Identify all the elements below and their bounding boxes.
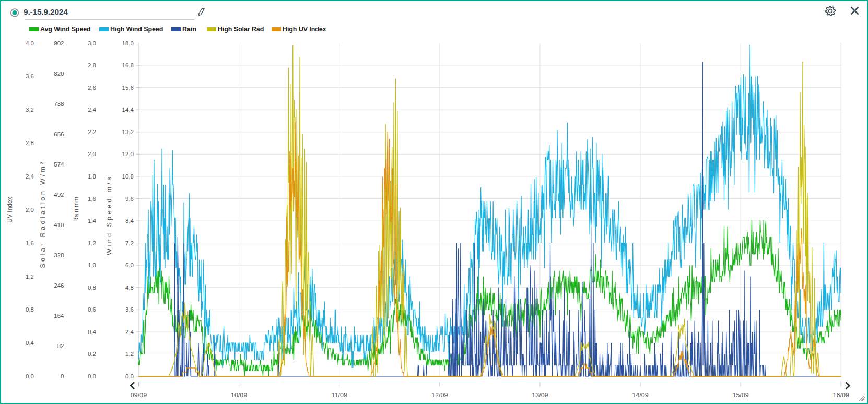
svg-text:15/09: 15/09 — [732, 391, 748, 399]
svg-text:Rain mm: Rain mm — [73, 197, 80, 222]
svg-text:12,0: 12,0 — [122, 151, 134, 157]
svg-text:0,0: 0,0 — [125, 373, 134, 379]
svg-text:1,2: 1,2 — [88, 240, 96, 246]
svg-text:492: 492 — [54, 192, 64, 198]
svg-text:12/09: 12/09 — [431, 391, 448, 399]
svg-text:10,8: 10,8 — [122, 173, 134, 180]
svg-text:2,0: 2,0 — [26, 207, 34, 213]
svg-text:820: 820 — [54, 70, 64, 77]
svg-text:Solar Radiation W/m²: Solar Radiation W/m² — [39, 160, 46, 268]
svg-text:1,2: 1,2 — [125, 351, 134, 357]
svg-text:3,2: 3,2 — [26, 106, 34, 113]
svg-text:2,8: 2,8 — [88, 62, 96, 68]
svg-text:13/09: 13/09 — [532, 391, 548, 399]
svg-text:574: 574 — [54, 161, 64, 168]
svg-text:1,6: 1,6 — [26, 240, 34, 246]
svg-text:410: 410 — [54, 222, 64, 228]
svg-text:9,6: 9,6 — [125, 196, 134, 202]
svg-text:13,2: 13,2 — [122, 129, 134, 135]
svg-text:0,6: 0,6 — [88, 306, 96, 313]
svg-text:0,4: 0,4 — [88, 329, 97, 335]
svg-text:2,4: 2,4 — [88, 106, 97, 113]
svg-text:2,2: 2,2 — [88, 129, 96, 135]
svg-text:2,6: 2,6 — [88, 85, 96, 91]
svg-text:328: 328 — [54, 252, 64, 258]
svg-text:1,2: 1,2 — [26, 274, 34, 280]
svg-text:3,0: 3,0 — [88, 40, 96, 46]
svg-text:UV Index: UV Index — [6, 197, 14, 222]
svg-text:11/09: 11/09 — [332, 391, 347, 399]
svg-text:1,4: 1,4 — [88, 218, 97, 224]
svg-text:1,0: 1,0 — [88, 262, 96, 268]
svg-text:7,2: 7,2 — [125, 240, 134, 246]
svg-text:18,0: 18,0 — [122, 40, 134, 46]
svg-text:3,6: 3,6 — [26, 73, 34, 79]
svg-text:2,4: 2,4 — [125, 329, 134, 335]
svg-text:6,0: 6,0 — [125, 262, 134, 268]
svg-text:1,6: 1,6 — [88, 196, 96, 202]
svg-text:902: 902 — [54, 40, 64, 46]
svg-text:16/09: 16/09 — [833, 391, 849, 399]
svg-text:10/09: 10/09 — [231, 391, 247, 399]
svg-text:0,0: 0,0 — [26, 373, 34, 379]
svg-text:2,0: 2,0 — [88, 151, 96, 157]
svg-text:16,8: 16,8 — [122, 62, 134, 68]
svg-text:738: 738 — [54, 101, 64, 107]
svg-text:0,2: 0,2 — [88, 351, 96, 357]
svg-text:09/09: 09/09 — [131, 391, 147, 399]
svg-text:246: 246 — [54, 282, 64, 289]
svg-text:0,8: 0,8 — [88, 284, 96, 291]
svg-text:4,0: 4,0 — [26, 40, 34, 46]
svg-text:0,0: 0,0 — [88, 373, 96, 379]
svg-text:14,4: 14,4 — [122, 106, 134, 113]
svg-text:2,8: 2,8 — [26, 140, 34, 146]
svg-text:14/09: 14/09 — [632, 391, 648, 399]
svg-text:2,4: 2,4 — [26, 173, 34, 180]
svg-text:0,4: 0,4 — [26, 340, 34, 346]
svg-text:1,8: 1,8 — [88, 173, 96, 180]
svg-text:164: 164 — [54, 313, 64, 319]
svg-text:4,8: 4,8 — [125, 284, 134, 291]
svg-text:8,4: 8,4 — [125, 218, 134, 224]
svg-text:Wind Speed m/s: Wind Speed m/s — [105, 175, 113, 255]
svg-text:0: 0 — [61, 373, 64, 379]
svg-text:82: 82 — [57, 343, 64, 349]
svg-text:15,6: 15,6 — [122, 85, 134, 91]
svg-text:3,6: 3,6 — [125, 306, 134, 313]
svg-text:656: 656 — [54, 131, 64, 137]
svg-text:0,8: 0,8 — [26, 306, 34, 313]
